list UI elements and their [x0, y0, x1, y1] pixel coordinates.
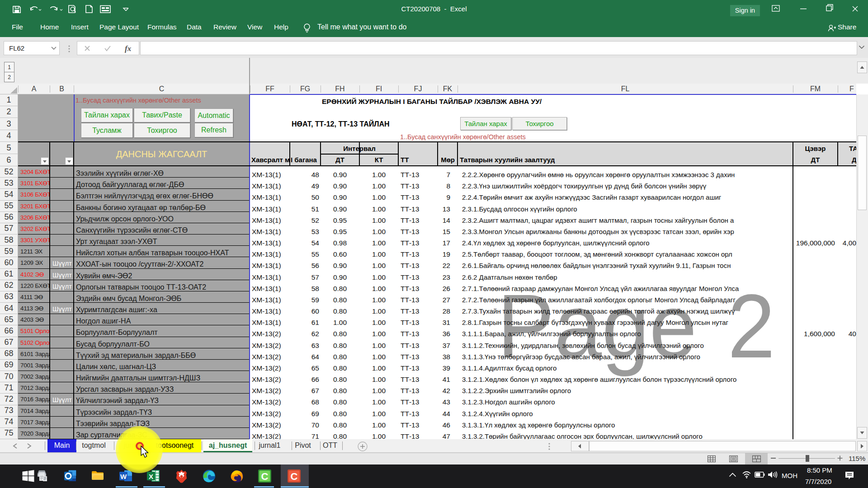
- svg-text:C: C: [261, 471, 269, 482]
- svg-text:W: W: [120, 473, 127, 480]
- svg-text:C: C: [291, 471, 298, 482]
- svg-text:X: X: [149, 473, 153, 480]
- svg-text:fx: fx: [125, 44, 132, 53]
